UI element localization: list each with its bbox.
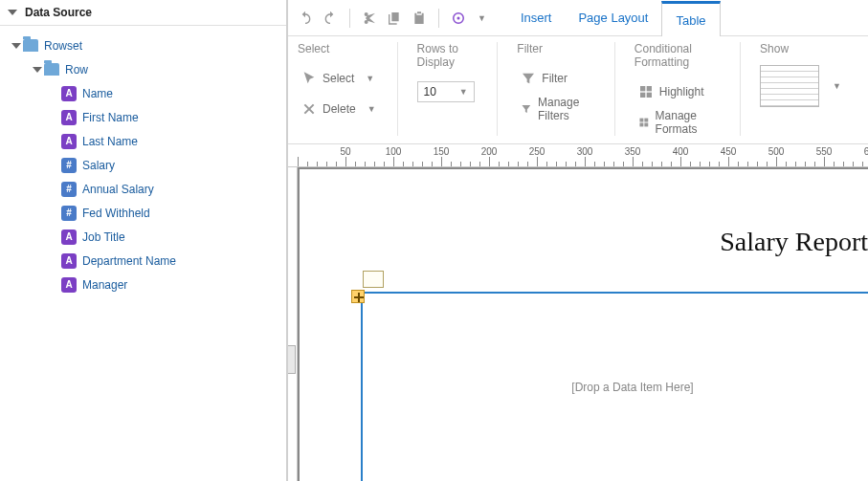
ribbon-tabs: Insert Page Layout Table — [507, 0, 721, 35]
tree-field-department-name[interactable]: ADepartment Name — [0, 249, 286, 273]
panel-header[interactable]: Data Source — [0, 0, 286, 26]
folder-icon — [44, 63, 59, 76]
tree-field-manager[interactable]: AManager — [0, 273, 286, 296]
report-page[interactable]: Salary Report [Drop a Data Item Here] — [298, 167, 868, 481]
ruler-tick-label: 150 — [434, 146, 450, 157]
highlight-button[interactable]: Highlight — [634, 81, 708, 102]
tree-field-first-name[interactable]: AFirst Name — [0, 105, 286, 129]
disclosure-icon — [11, 43, 21, 49]
svg-point-1 — [457, 16, 460, 19]
top-toolbar: ▼ Insert Page Layout Table — [288, 0, 868, 36]
disclosure-icon — [8, 10, 17, 15]
tree-field-job-title[interactable]: AJob Title — [0, 225, 286, 249]
chevron-down-icon: ▼ — [459, 87, 468, 97]
ruler-tick-label: 50 — [340, 146, 350, 157]
ribbon-group-rows: Rows to Display 10 ▼ — [417, 42, 499, 136]
tree-label: Row — [65, 63, 88, 77]
tree-label: Annual Salary — [82, 183, 154, 196]
drop-hint: [Drop a Data Item Here] — [571, 381, 693, 394]
tree-field-name[interactable]: AName — [0, 81, 286, 105]
ribbon-group-title: Conditional Formatting — [634, 42, 723, 69]
tab-label: Table — [676, 13, 705, 28]
ruler-tick-label: 500 — [768, 146, 785, 157]
rows-to-display-input[interactable]: 10 ▼ — [417, 81, 475, 102]
cut-button[interactable] — [358, 7, 381, 30]
tree-field-last-name[interactable]: ALast Name — [0, 129, 286, 153]
select-button[interactable]: Select ▼ — [298, 68, 378, 89]
svg-rect-9 — [644, 122, 648, 126]
data-tree: Rowset Row ANameAFirst NameALast Name#Sa… — [0, 26, 286, 296]
undo-button[interactable] — [294, 7, 317, 30]
copy-button[interactable] — [383, 7, 406, 30]
ribbon-group-title: Rows to Display — [417, 42, 480, 69]
tab-table[interactable]: Table — [661, 1, 720, 36]
manage-formats-button[interactable]: Manage Formats — [634, 106, 723, 139]
vertical-ruler — [288, 167, 298, 481]
input-value: 10 — [424, 85, 436, 98]
move-handle-icon[interactable] — [351, 290, 365, 303]
ruler-tick-label: 200 — [481, 146, 498, 157]
ruler-tick-label: 350 — [625, 146, 641, 157]
folder-icon — [23, 39, 38, 52]
ruler-tick-label: 300 — [577, 146, 593, 157]
tree-field-salary[interactable]: #Salary — [0, 153, 286, 177]
tree-field-annual-salary[interactable]: #Annual Salary — [0, 177, 286, 201]
number-field-icon: # — [61, 206, 77, 221]
tree-node-row[interactable]: Row — [0, 57, 286, 81]
table-drop-zone[interactable]: [Drop a Data Item Here] — [361, 292, 868, 481]
redo-button[interactable] — [319, 7, 342, 30]
tree-field-fed-withheld[interactable]: #Fed Withheld — [0, 201, 286, 225]
svg-rect-2 — [640, 86, 645, 91]
ruler-tick-label: 450 — [721, 146, 737, 157]
text-field-icon: A — [61, 277, 77, 293]
ruler-tick-label: 600 — [864, 146, 868, 157]
tree-label: Last Name — [82, 135, 138, 148]
ribbon-group-title: Show — [760, 42, 841, 55]
number-field-icon: # — [61, 182, 77, 197]
ruler-tick-label: 100 — [386, 146, 402, 157]
manage-filters-button[interactable]: Manage Filters — [517, 93, 597, 125]
tab-page-layout[interactable]: Page Layout — [565, 0, 661, 35]
filter-button[interactable]: Filter — [517, 68, 571, 89]
button-label: Highlight — [659, 85, 704, 98]
chevron-down-icon: ▼ — [366, 74, 374, 83]
text-field-icon: A — [61, 134, 77, 149]
ribbon-group-title: Filter — [517, 42, 597, 55]
text-field-icon: A — [61, 230, 77, 245]
tree-node-rowset[interactable]: Rowset — [0, 33, 286, 57]
tree-label: Name — [82, 87, 113, 100]
chevron-down-icon[interactable]: ▼ — [833, 81, 841, 91]
ribbon-group-show: Show ▼ — [760, 42, 858, 136]
text-field-icon: A — [61, 253, 77, 269]
text-field-icon: A — [61, 86, 77, 101]
disclosure-icon — [33, 67, 42, 73]
tab-insert[interactable]: Insert — [507, 0, 566, 35]
tree-label: Job Title — [82, 230, 125, 244]
tree-label: Rowset — [44, 39, 82, 53]
paste-button[interactable] — [408, 7, 431, 30]
report-title[interactable]: Salary Report — [720, 227, 868, 257]
preview-button[interactable] — [447, 7, 470, 30]
tree-label: Salary — [82, 159, 115, 172]
horizontal-ruler: 50100150200250300350400450500550600 — [288, 144, 868, 167]
button-label: Select — [323, 72, 354, 85]
svg-rect-5 — [647, 93, 652, 98]
divider — [349, 9, 350, 28]
svg-rect-4 — [640, 93, 645, 98]
panel-collapse-handle[interactable] — [288, 345, 296, 374]
ruler-tick-label: 250 — [529, 146, 545, 157]
show-grid-preview[interactable] — [760, 65, 819, 107]
ribbon-group-title: Select — [298, 42, 380, 55]
table-proxy-icon — [365, 273, 384, 288]
delete-button[interactable]: Delete ▼ — [298, 98, 380, 120]
dropdown-icon[interactable]: ▼ — [478, 13, 486, 23]
tree-label: Fed Withheld — [82, 207, 150, 220]
tab-label: Page Layout — [578, 11, 648, 25]
button-label: Filter — [542, 72, 568, 85]
ribbon-group-filter: Filter Filter Manage Filters — [517, 42, 615, 136]
ruler-tick-label: 400 — [673, 146, 689, 157]
svg-rect-6 — [639, 119, 643, 122]
button-label: Manage Filters — [538, 96, 593, 122]
chevron-down-icon: ▼ — [367, 104, 376, 114]
ribbon-group-conditional: Conditional Formatting Highlight Manage … — [634, 42, 741, 136]
